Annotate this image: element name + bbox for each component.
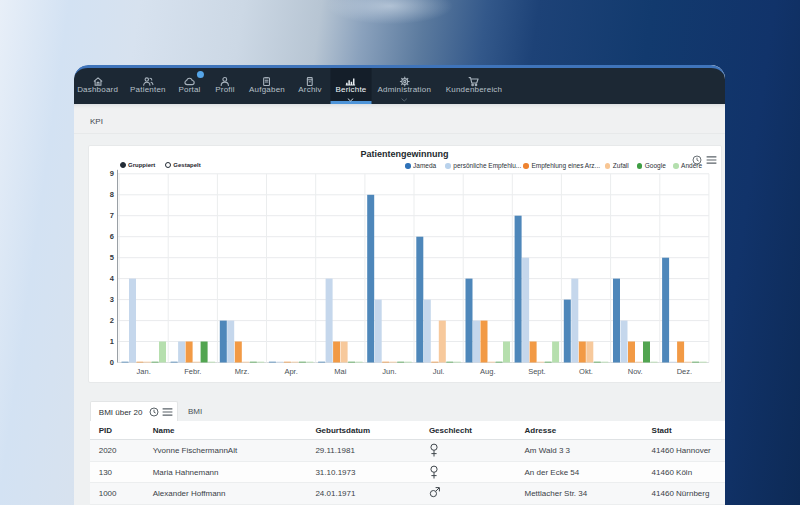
svg-text:1: 1 bbox=[109, 337, 113, 346]
svg-text:2: 2 bbox=[109, 316, 113, 325]
svg-text:Mai: Mai bbox=[334, 367, 346, 376]
svg-text:Mrz.: Mrz. bbox=[234, 367, 249, 376]
svg-text:Aug.: Aug. bbox=[480, 367, 495, 376]
svg-text:6: 6 bbox=[109, 232, 113, 241]
svg-text:Febr.: Febr. bbox=[184, 367, 201, 376]
svg-text:9: 9 bbox=[109, 169, 113, 178]
svg-text:3: 3 bbox=[109, 295, 113, 304]
svg-text:Okt.: Okt. bbox=[579, 367, 593, 376]
svg-text:Jul.: Jul. bbox=[432, 367, 444, 376]
svg-text:Nov.: Nov. bbox=[627, 367, 642, 376]
svg-text:0: 0 bbox=[109, 358, 113, 367]
svg-text:Apr.: Apr. bbox=[284, 367, 297, 376]
svg-text:7: 7 bbox=[109, 211, 113, 220]
svg-text:4: 4 bbox=[109, 274, 114, 283]
svg-text:Jan.: Jan. bbox=[136, 367, 150, 376]
svg-text:Jun.: Jun. bbox=[382, 367, 396, 376]
svg-text:8: 8 bbox=[109, 190, 113, 199]
svg-text:5: 5 bbox=[109, 253, 113, 262]
svg-text:Dez.: Dez. bbox=[676, 367, 691, 376]
svg-text:Sept.: Sept. bbox=[528, 367, 546, 376]
